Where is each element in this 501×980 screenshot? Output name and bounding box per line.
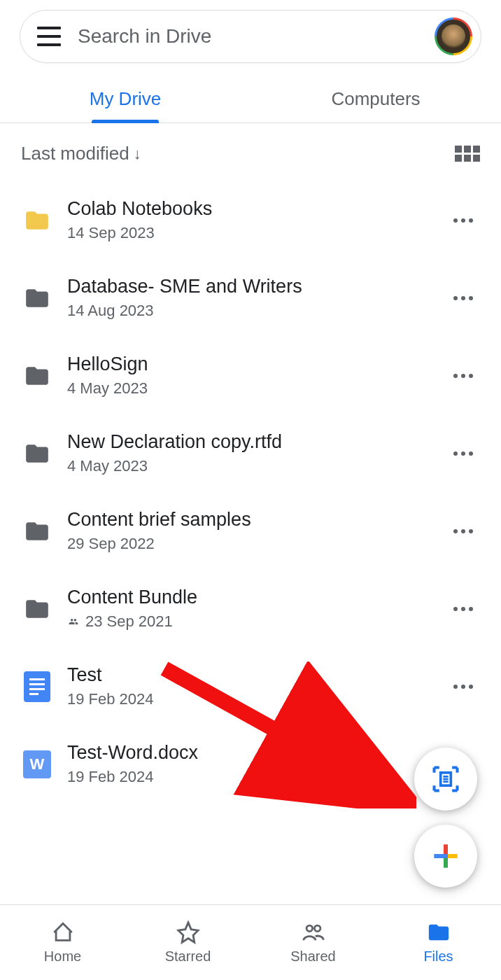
- nav-files[interactable]: Files: [376, 905, 501, 980]
- docs-icon: [21, 671, 53, 703]
- plus-icon: [432, 842, 460, 870]
- more-icon[interactable]: [446, 600, 480, 618]
- folder-icon: [21, 282, 53, 314]
- nav-shared[interactable]: Shared: [250, 905, 376, 980]
- file-list: Colab Notebooks 14 Sep 2023 Database- SM…: [0, 181, 501, 803]
- nav-label: Starred: [165, 948, 211, 965]
- file-details: Test-Word.docx 19 Feb 2024: [67, 742, 432, 786]
- search-bar[interactable]: [20, 10, 481, 63]
- file-name: Colab Notebooks: [67, 198, 432, 220]
- more-icon[interactable]: [446, 444, 480, 463]
- folder-icon: [21, 438, 53, 470]
- file-date: 23 Sep 2021: [67, 612, 432, 631]
- file-name: New Declaration copy.rtfd: [67, 431, 432, 453]
- svg-rect-7: [447, 854, 458, 858]
- sort-bar: Last modified ↓: [0, 123, 501, 181]
- drive-tabs: My Drive Computers: [0, 77, 501, 123]
- file-name: Content Bundle: [67, 587, 432, 608]
- more-icon[interactable]: [446, 211, 480, 230]
- folder-icon: [21, 593, 53, 625]
- folder-icon: [21, 515, 53, 547]
- more-icon[interactable]: [446, 289, 480, 307]
- nav-label: Files: [423, 948, 453, 965]
- file-details: Database- SME and Writers 14 Aug 2023: [67, 276, 432, 320]
- tab-my-drive[interactable]: My Drive: [0, 77, 250, 122]
- svg-rect-8: [444, 854, 448, 858]
- more-icon[interactable]: [446, 367, 480, 385]
- arrow-down-icon: ↓: [134, 145, 141, 163]
- file-date: 29 Sep 2022: [67, 535, 432, 553]
- folder-icon: [21, 204, 53, 237]
- svg-rect-4: [444, 844, 448, 855]
- file-details: Content Bundle 23 Sep 2021: [67, 587, 432, 631]
- file-item[interactable]: Test 19 Feb 2024: [14, 648, 487, 725]
- file-name: Test: [67, 664, 432, 686]
- svg-rect-5: [444, 858, 448, 868]
- tab-computers[interactable]: Computers: [250, 77, 501, 122]
- file-date: 14 Sep 2023: [67, 224, 432, 242]
- file-name: HelloSign: [67, 354, 432, 375]
- star-icon: [176, 920, 200, 944]
- people-icon: [302, 920, 325, 944]
- shared-icon: [67, 617, 80, 626]
- nav-label: Home: [44, 948, 81, 965]
- scan-document-icon: [430, 764, 461, 794]
- file-name: Content brief samples: [67, 509, 432, 531]
- sort-button[interactable]: Last modified ↓: [21, 143, 141, 164]
- file-item[interactable]: Colab Notebooks 14 Sep 2023: [14, 181, 487, 259]
- sort-label-text: Last modified: [21, 143, 129, 164]
- scan-fab[interactable]: [414, 748, 477, 811]
- file-name: Database- SME and Writers: [67, 276, 432, 298]
- file-date: 4 May 2023: [67, 457, 432, 475]
- home-icon: [51, 920, 75, 944]
- more-icon[interactable]: [446, 678, 480, 696]
- file-date: 4 May 2023: [67, 379, 432, 398]
- file-date: 19 Feb 2024: [67, 768, 432, 786]
- file-item[interactable]: New Declaration copy.rtfd 4 May 2023: [14, 414, 487, 492]
- account-avatar[interactable]: [435, 18, 472, 55]
- file-details: Colab Notebooks 14 Sep 2023: [67, 198, 432, 242]
- file-name: Test-Word.docx: [67, 742, 432, 764]
- file-item[interactable]: Database- SME and Writers 14 Aug 2023: [14, 259, 487, 337]
- search-input[interactable]: [78, 25, 435, 48]
- file-details: Test 19 Feb 2024: [67, 664, 432, 708]
- hamburger-menu-icon[interactable]: [37, 27, 61, 46]
- word-icon: W: [21, 748, 53, 780]
- file-date: 19 Feb 2024: [67, 690, 432, 708]
- file-item[interactable]: Content Bundle 23 Sep 2021: [14, 570, 487, 648]
- folder-icon: [427, 920, 451, 944]
- add-fab[interactable]: [414, 825, 477, 888]
- file-details: New Declaration copy.rtfd 4 May 2023: [67, 431, 432, 475]
- file-item[interactable]: Content brief samples 29 Sep 2022: [14, 492, 487, 570]
- svg-rect-6: [434, 854, 444, 858]
- bottom-nav: Home Starred Shared Files: [0, 904, 501, 980]
- file-details: Content brief samples 29 Sep 2022: [67, 509, 432, 553]
- file-details: HelloSign 4 May 2023: [67, 354, 432, 398]
- more-icon[interactable]: [446, 522, 480, 540]
- nav-starred[interactable]: Starred: [125, 905, 250, 980]
- file-date: 14 Aug 2023: [67, 302, 432, 320]
- folder-icon: [21, 360, 53, 392]
- file-item[interactable]: HelloSign 4 May 2023: [14, 337, 487, 414]
- nav-home[interactable]: Home: [0, 905, 125, 980]
- grid-view-icon[interactable]: [455, 146, 480, 162]
- nav-label: Shared: [290, 948, 336, 965]
